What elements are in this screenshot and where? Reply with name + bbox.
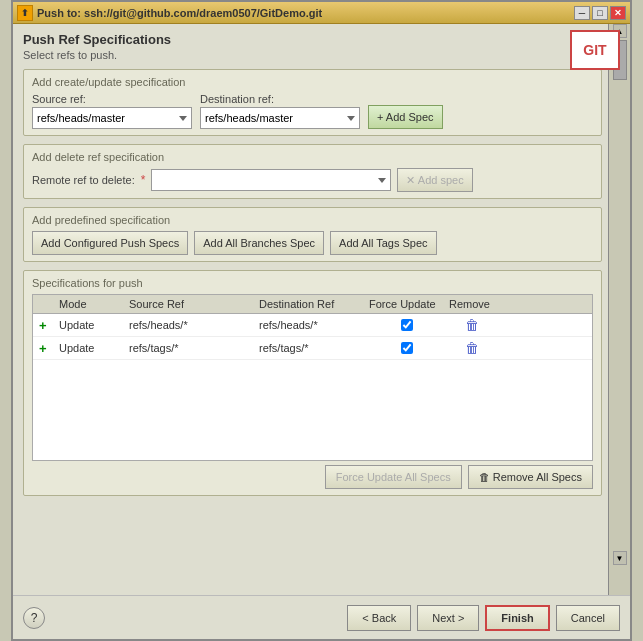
- specs-title: Specifications for push: [32, 277, 593, 289]
- add-spec-button[interactable]: + Add Spec: [368, 105, 443, 129]
- source-ref-select[interactable]: refs/heads/master: [32, 107, 192, 129]
- table-header: Mode Source Ref Destination Ref Force Up…: [33, 295, 592, 314]
- table-row: + Update refs/heads/* refs/heads/* 🗑: [33, 314, 592, 337]
- finish-button[interactable]: Finish: [485, 605, 549, 631]
- minimize-button[interactable]: ─: [574, 6, 590, 20]
- predefined-title: Add predefined specification: [32, 214, 593, 226]
- predefined-buttons: Add Configured Push Specs Add All Branch…: [32, 231, 593, 255]
- row1-mode: Update: [57, 318, 127, 332]
- create-update-form: Source ref: refs/heads/master Destinatio…: [32, 93, 593, 129]
- dest-ref-label: Destination ref:: [200, 93, 360, 105]
- page-title: Push Ref Specifications: [23, 32, 602, 47]
- add-tags-button[interactable]: Add All Tags Spec: [330, 231, 436, 255]
- close-button[interactable]: ✕: [610, 6, 626, 20]
- row2-force-checkbox[interactable]: [401, 342, 413, 354]
- delete-ref-row: Remote ref to delete: * ✕ Add spec: [32, 168, 593, 192]
- row1-source: refs/heads/*: [127, 318, 257, 332]
- star-indicator: *: [141, 173, 146, 187]
- maximize-button[interactable]: □: [592, 6, 608, 20]
- add-spec-delete-button[interactable]: ✕ Add spec: [397, 168, 472, 192]
- wizard-nav: < Back Next > Finish Cancel: [347, 605, 620, 631]
- window-title: Push to: ssh://git@github.com/draem0507/…: [37, 7, 322, 19]
- remote-ref-select[interactable]: [151, 169, 391, 191]
- row1-dest: refs/heads/*: [257, 318, 367, 332]
- col-mode-label: Mode: [57, 297, 127, 311]
- wizard-bar: ? < Back Next > Finish Cancel: [13, 595, 630, 639]
- main-window: ⬆ Push to: ssh://git@github.com/draem050…: [11, 0, 632, 641]
- content-area: GIT Push Ref Specifications Select refs …: [13, 24, 630, 512]
- col-dest-ref: Destination Ref: [257, 297, 367, 311]
- cancel-button[interactable]: Cancel: [556, 605, 620, 631]
- col-force-update: Force Update: [367, 297, 447, 311]
- add-branches-button[interactable]: Add All Branches Spec: [194, 231, 324, 255]
- row1-icon: +: [37, 317, 57, 334]
- title-bar-controls: ─ □ ✕: [574, 6, 626, 20]
- col-mode: [37, 297, 57, 311]
- title-bar-left: ⬆ Push to: ssh://git@github.com/draem050…: [17, 5, 322, 21]
- remote-ref-label: Remote ref to delete:: [32, 174, 135, 186]
- table-action-buttons: Force Update All Specs 🗑 Remove All Spec…: [32, 465, 593, 489]
- create-update-section: Add create/update specification Source r…: [23, 69, 602, 136]
- page-subtitle: Select refs to push.: [23, 49, 602, 61]
- col-remove: Remove: [447, 297, 497, 311]
- dest-ref-select[interactable]: refs/heads/master: [200, 107, 360, 129]
- row1-force-update: [367, 318, 447, 332]
- back-button[interactable]: < Back: [347, 605, 411, 631]
- source-ref-label: Source ref:: [32, 93, 192, 105]
- create-update-title: Add create/update specification: [32, 76, 593, 88]
- scrollbar-panel: ▲ ▼: [608, 24, 630, 595]
- col-source-ref: Source Ref: [127, 297, 257, 311]
- table-empty-area: [33, 360, 592, 460]
- row2-icon: +: [37, 340, 57, 357]
- row2-remove-button[interactable]: 🗑: [447, 339, 497, 357]
- specs-section: Specifications for push Mode Source Ref …: [23, 270, 602, 496]
- row1-remove-button[interactable]: 🗑: [447, 316, 497, 334]
- scroll-down-button[interactable]: ▼: [613, 551, 627, 565]
- delete-ref-title: Add delete ref specification: [32, 151, 593, 163]
- specs-table: Mode Source Ref Destination Ref Force Up…: [32, 294, 593, 461]
- source-ref-group: Source ref: refs/heads/master: [32, 93, 192, 129]
- help-button[interactable]: ?: [23, 607, 45, 629]
- predefined-section: Add predefined specification Add Configu…: [23, 207, 602, 262]
- add-configured-button[interactable]: Add Configured Push Specs: [32, 231, 188, 255]
- remove-all-button[interactable]: 🗑 Remove All Specs: [468, 465, 593, 489]
- next-button[interactable]: Next >: [417, 605, 479, 631]
- title-bar: ⬆ Push to: ssh://git@github.com/draem050…: [13, 2, 630, 24]
- table-row: + Update refs/tags/* refs/tags/* 🗑: [33, 337, 592, 360]
- row2-source: refs/tags/*: [127, 341, 257, 355]
- row2-dest: refs/tags/*: [257, 341, 367, 355]
- force-update-all-button[interactable]: Force Update All Specs: [325, 465, 462, 489]
- row2-force-update: [367, 341, 447, 355]
- window-icon: ⬆: [17, 5, 33, 21]
- git-logo: GIT: [570, 30, 620, 70]
- dest-ref-group: Destination ref: refs/heads/master: [200, 93, 360, 129]
- delete-ref-section: Add delete ref specification Remote ref …: [23, 144, 602, 199]
- row1-force-checkbox[interactable]: [401, 319, 413, 331]
- row2-mode: Update: [57, 341, 127, 355]
